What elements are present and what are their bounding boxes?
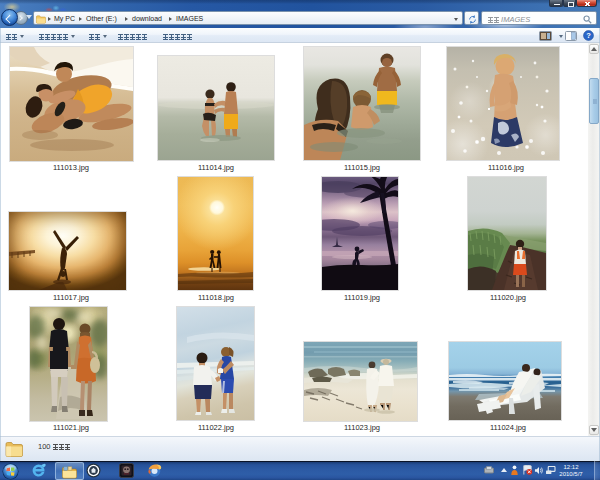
svg-text:?: ?: [586, 31, 591, 40]
